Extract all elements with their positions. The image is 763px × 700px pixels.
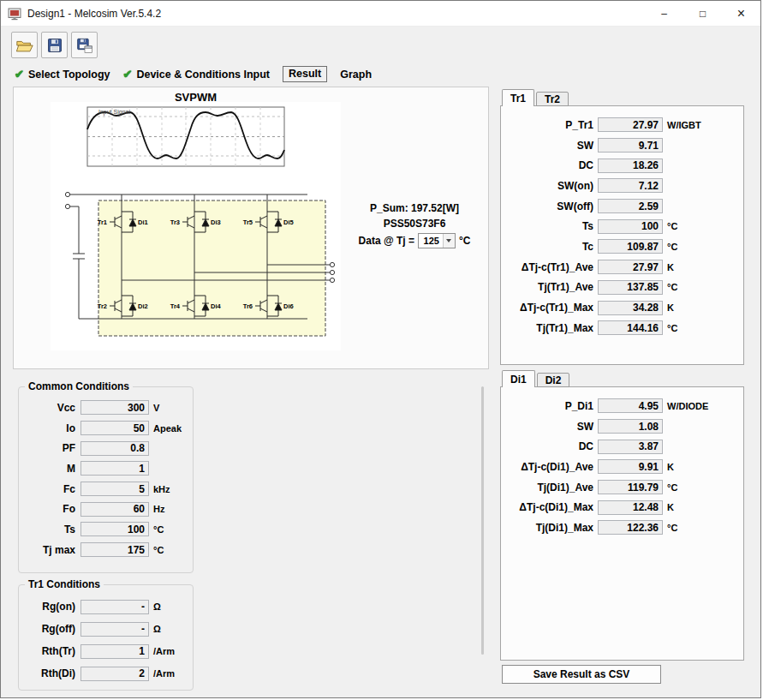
step-label: Result (289, 68, 321, 80)
result-row: DC18.26 (501, 155, 743, 176)
tj-select[interactable]: 125 (418, 233, 456, 248)
value-field: 100 (598, 219, 663, 234)
value-field: 1 (80, 644, 149, 659)
close-button[interactable]: × (722, 1, 760, 26)
app-window: Design1 - Melcosim Ver.5.4.2 – □ × (0, 0, 761, 698)
check-icon: ✔ (15, 68, 24, 81)
value-field: 4.95 (598, 398, 663, 413)
svg-text:Tr1: Tr1 (98, 218, 107, 226)
result-row: SW(on)7.12 (501, 176, 743, 196)
tab-tr1[interactable]: Tr1 (502, 89, 534, 106)
result-row: SW9.71 (501, 135, 743, 156)
result-row: Tj(Tr1)_Max144.16°C (501, 318, 743, 338)
condition-row: PF0.8 (19, 438, 193, 458)
tab-tr2[interactable]: Tr2 (536, 92, 569, 106)
step-result-active[interactable]: Result (283, 66, 327, 82)
value-field: 60 (80, 502, 149, 517)
svg-text:Tr3: Tr3 (170, 218, 180, 226)
group-title: Tr1 Conditions (25, 578, 104, 590)
svg-text:Di1: Di1 (138, 218, 148, 226)
result-row: SW(off)2.59 (501, 196, 743, 217)
toolbar (1, 27, 760, 63)
value-field: 300 (80, 400, 149, 415)
result-row: Tj(Di1)_Ave119.79°C (501, 477, 743, 498)
value-field: 100 (80, 522, 149, 536)
open-file-icon (15, 36, 34, 55)
check-icon: ✔ (123, 68, 133, 81)
group-title: Common Conditions (25, 380, 133, 392)
tab-di2[interactable]: Di2 (537, 373, 570, 387)
svg-text:Tr5: Tr5 (243, 218, 253, 226)
result-row: SW1.08 (501, 416, 743, 437)
step-label: Graph (340, 69, 372, 81)
value-field: 9.91 (598, 459, 663, 474)
data-at-tj-label: Data @ Tj = (359, 233, 414, 248)
topology-panel: SVPWM Input Signal (13, 87, 489, 369)
value-field: 5 (80, 482, 149, 496)
input-signal-plot: Input Signal (87, 107, 284, 166)
save-as-icon (76, 37, 93, 54)
condition-row: Io50Apeak (19, 418, 193, 439)
step-label: Select Topology (28, 69, 110, 81)
condition-row: Tj max175°C (19, 540, 193, 560)
app-icon (8, 7, 21, 21)
svg-text:Tr4: Tr4 (170, 302, 181, 310)
window-title: Design1 - Melcosim Ver.5.4.2 (27, 8, 161, 20)
module-name: PSS50S73F6 (341, 216, 488, 231)
value-field: 119.79 (598, 480, 663, 494)
value-field: 0.8 (80, 441, 149, 456)
result-row: P_Tr127.97W/IGBT (501, 115, 743, 135)
save-as-button[interactable] (71, 32, 98, 58)
value-field: 144.16 (598, 320, 663, 335)
title-bar: Design1 - Melcosim Ver.5.4.2 – □ × (1, 1, 760, 27)
result-row: ΔTj-c(Tr1)_Max34.28K (501, 297, 743, 318)
value-field: 34.28 (598, 301, 663, 315)
step-select-topology[interactable]: ✔ Select Topology (15, 68, 110, 81)
input-signal-label: Input Signal (98, 109, 130, 116)
condition-row: Ts100°C (19, 519, 193, 540)
value-field: 7.12 (598, 178, 663, 193)
result-summary: P_Sum: 197.52[W] PSS50S73F6 Data @ Tj = … (341, 200, 488, 248)
inverter-circuit (65, 192, 334, 336)
condition-row: Rg(on)-Ω (19, 595, 193, 618)
step-device-conditions[interactable]: ✔ Device & Conditions Input (123, 68, 270, 81)
p-sum-text: P_Sum: 197.52[W] (341, 200, 488, 216)
value-field: 1 (80, 461, 149, 476)
value-field: - (80, 622, 149, 637)
value-field: 122.36 (598, 520, 663, 535)
svg-text:Di5: Di5 (283, 218, 294, 226)
condition-row: Vcc300V (19, 398, 193, 418)
tr1-conditions-group: Tr1 Conditions Rg(on)-Ω Rg(off)-Ω Rth(Tr… (18, 584, 194, 691)
minimize-button[interactable]: – (645, 1, 683, 26)
result-row: ΔTj-c(Di1)_Ave9.91K (501, 457, 743, 477)
value-field: 27.97 (598, 260, 663, 274)
condition-row: Fc5kHz (19, 479, 193, 500)
tr-tab-strip: Tr1 Tr2 (502, 89, 570, 106)
di-tab-strip: Di1 Di2 (502, 370, 571, 387)
save-csv-button[interactable]: Save Result as CSV (502, 665, 661, 684)
tr1-result-panel: P_Tr127.97W/IGBT SW9.71 DC18.26 SW(on)7.… (500, 105, 744, 365)
chevron-down-icon (443, 234, 455, 248)
save-icon (46, 37, 63, 54)
result-row: Tj(Di1)_Max122.36°C (501, 518, 743, 538)
tj-unit: °C (459, 233, 470, 248)
open-file-button[interactable] (11, 32, 38, 58)
tj-select-value: 125 (419, 234, 443, 248)
result-row: Tc109.87°C (501, 236, 743, 257)
value-field: 27.97 (598, 117, 663, 132)
svg-text:Di3: Di3 (211, 218, 221, 226)
value-field: 2 (80, 667, 149, 681)
step-graph[interactable]: Graph (340, 69, 372, 81)
vertical-scrollbar[interactable] (481, 386, 484, 655)
value-field: 12.48 (598, 500, 663, 515)
svg-text:Tr2: Tr2 (98, 302, 107, 310)
condition-row: Rth(Di)2/Arm (19, 662, 193, 685)
value-field: 137.85 (598, 280, 663, 295)
maximize-button[interactable]: □ (683, 1, 722, 26)
svg-text:Tr6: Tr6 (243, 302, 253, 310)
condition-row: M1 (19, 458, 193, 479)
result-row: Tj(Tr1)_Ave137.85°C (501, 278, 743, 298)
save-button[interactable] (41, 32, 68, 58)
tab-di1[interactable]: Di1 (502, 370, 535, 387)
value-field: 109.87 (598, 239, 663, 254)
